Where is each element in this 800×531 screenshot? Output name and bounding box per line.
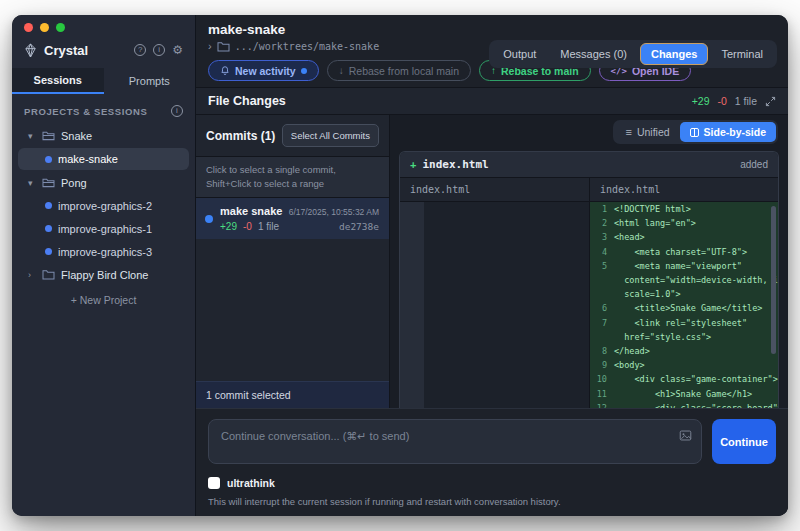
sidebar-tabs: Sessions Prompts: [12, 68, 195, 94]
bell-icon: [220, 65, 230, 76]
diff-scrollbar[interactable]: [771, 206, 776, 354]
chevron-right-icon: ›: [28, 270, 36, 280]
diff-line-wrap: href="style.css">: [590, 330, 778, 344]
tab-output[interactable]: Output: [492, 43, 547, 65]
diff-line-added: 2<html lang="en">: [590, 216, 778, 230]
diff-mode-toggle: ≡ Unified Side-by-side: [613, 120, 778, 144]
chevron-down-icon: ▾: [28, 131, 36, 141]
folder-closed-icon: [42, 269, 55, 280]
app-window: Crystal ? i ⚙ Sessions Prompts PROJECTS …: [12, 15, 788, 516]
section-info-icon[interactable]: i: [171, 105, 183, 117]
brand-row: Crystal ? i ⚙: [24, 41, 183, 59]
diff-file-card: + index.html added index.html index.html: [399, 151, 779, 408]
chevron-right-icon[interactable]: ›: [208, 40, 212, 52]
activity-dot-icon: [301, 68, 307, 74]
commits-title: Commits (1): [206, 129, 275, 143]
diff-file-name: index.html: [422, 158, 488, 171]
changes-content: Commits (1) Select All Commits Click to …: [196, 115, 788, 408]
diff-line-added: 3<head>: [590, 230, 778, 244]
projects-tree: ▾ Snake make-snake ▾ Pong improve-graphi…: [12, 122, 195, 516]
columns-icon: [690, 128, 699, 137]
file-changes-bar: File Changes +29 -0 1 file: [196, 87, 788, 115]
folder-icon: [217, 41, 230, 52]
unified-lines-icon: ≡: [625, 126, 631, 138]
main-panel: make-snake › .../worktrees/make-snake Ne…: [196, 15, 788, 516]
commits-panel: Commits (1) Select All Commits Click to …: [196, 115, 390, 408]
worktree-path: .../worktrees/make-snake: [235, 41, 380, 52]
ultrathink-checkbox[interactable]: [208, 477, 220, 489]
close-window-button[interactable]: [24, 23, 33, 32]
tree-label: Snake: [61, 130, 92, 142]
folder-open-icon: [42, 177, 55, 188]
diff-line-wrap: content="width=device-width, initial-: [590, 273, 778, 287]
tree-label: improve-graphics-1: [58, 223, 152, 235]
arrow-down-icon: ↓: [339, 65, 344, 76]
attach-image-icon[interactable]: [679, 429, 692, 442]
tree-session-make-snake[interactable]: make-snake: [18, 148, 189, 170]
file-status-badge: added: [740, 159, 768, 170]
rebase-from-label: Rebase from local main: [349, 65, 459, 77]
tab-terminal[interactable]: Terminal: [710, 43, 774, 65]
session-dot-icon: [45, 248, 52, 255]
new-activity-button[interactable]: New activity: [208, 60, 319, 81]
session-title: make-snake: [208, 22, 776, 37]
minimize-window-button[interactable]: [40, 23, 49, 32]
tree-label: Flappy Bird Clone: [61, 269, 148, 281]
zoom-window-button[interactable]: [56, 23, 65, 32]
info-icon[interactable]: i: [153, 44, 165, 56]
tab-changes[interactable]: Changes: [640, 43, 708, 65]
unified-mode-button[interactable]: ≡ Unified: [615, 122, 679, 142]
help-icon[interactable]: ?: [134, 44, 146, 56]
folder-open-icon: [42, 130, 55, 141]
tab-messages[interactable]: Messages (0): [549, 43, 638, 65]
tree-session-improve-graphics-3[interactable]: improve-graphics-3: [12, 240, 195, 263]
tree-session-improve-graphics-2[interactable]: improve-graphics-2: [12, 194, 195, 217]
added-plus-icon: +: [410, 159, 416, 171]
diff-line-added: 12 <div class="score-board">: [590, 401, 778, 408]
select-all-commits-button[interactable]: Select All Commits: [282, 124, 379, 147]
diff-toolbar: ≡ Unified Side-by-side: [390, 115, 788, 149]
projects-section-label: PROJECTS & SESSIONS: [24, 106, 147, 117]
commit-message: make snake: [220, 205, 282, 217]
session-header: make-snake › .../worktrees/make-snake Ne…: [196, 15, 788, 87]
side-by-side-mode-button[interactable]: Side-by-side: [680, 122, 776, 142]
commit-timestamp: 6/17/2025, 10:55:32 AM: [289, 207, 379, 217]
diff-line-wrap: scale=1.0">: [590, 287, 778, 301]
continue-button[interactable]: Continue: [712, 419, 776, 464]
commit-item[interactable]: make snake 6/17/2025, 10:55:32 AM +29 -0…: [196, 198, 389, 239]
rebase-from-main-button[interactable]: ↓ Rebase from local main: [327, 60, 471, 81]
diff-line-added: 5 <meta name="viewport": [590, 259, 778, 273]
commits-hint: Click to select a single commit, Shift+C…: [196, 156, 389, 198]
tree-project-snake[interactable]: ▾ Snake: [12, 124, 195, 147]
diff-panel: ≡ Unified Side-by-side + index.html: [390, 115, 788, 408]
diff-column-headers: index.html index.html: [400, 177, 778, 202]
diff-line-added: 9<body>: [590, 358, 778, 372]
commit-additions: +29: [220, 221, 237, 232]
files-count: 1 file: [735, 95, 757, 107]
tab-prompts[interactable]: Prompts: [104, 68, 196, 94]
file-changes-title: File Changes: [208, 94, 286, 108]
diff-line-added: 6 <title>Snake Game</title>: [590, 301, 778, 315]
tab-sessions[interactable]: Sessions: [12, 68, 104, 94]
sidebar-header-icons: ? i ⚙: [134, 44, 183, 56]
expand-icon[interactable]: [765, 96, 776, 107]
tree-session-improve-graphics-1[interactable]: improve-graphics-1: [12, 217, 195, 240]
diff-line-added: 11 <h1>Snake Game</h1>: [590, 386, 778, 400]
commit-hash: de2738e: [339, 221, 379, 232]
settings-gear-icon[interactable]: ⚙: [172, 44, 183, 56]
diff-file-header[interactable]: + index.html added: [400, 152, 778, 177]
ultrathink-label: ultrathink: [227, 477, 275, 489]
unified-label: Unified: [637, 126, 670, 138]
new-project-button[interactable]: + New Project: [12, 294, 195, 306]
tree-label: improve-graphics-2: [58, 200, 152, 212]
diff-body: 1<!DOCTYPE html> 2<html lang="en"> 3<hea…: [400, 202, 778, 408]
diff-line-added: 4 <meta charset="UTF-8">: [590, 245, 778, 259]
file-changes-stats: +29 -0 1 file: [692, 95, 776, 107]
tree-project-pong[interactable]: ▾ Pong: [12, 171, 195, 194]
diff-line-added: 1<!DOCTYPE html>: [590, 202, 778, 216]
chevron-down-icon: ▾: [28, 178, 36, 188]
new-file-header: index.html: [589, 178, 778, 201]
conversation-input[interactable]: [208, 419, 702, 464]
tree-project-flappy-bird-clone[interactable]: › Flappy Bird Clone: [12, 263, 195, 286]
diff-line-added: 10 <div class="game-container">: [590, 372, 778, 386]
